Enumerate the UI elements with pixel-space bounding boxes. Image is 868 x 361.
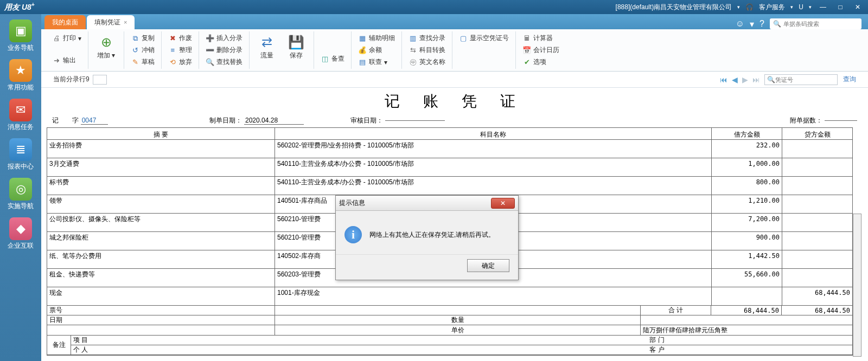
offset-button[interactable]: ↺冲销 — [129, 44, 157, 56]
cell-credit[interactable] — [782, 250, 853, 269]
ribbon: 🖨打印 ▾ ➜输出 ⊕ 增加 ▾ ⧉复制 ↺冲销 ✎草稿 ✖作废 ≡整理 ⟲放弃… — [41, 29, 868, 72]
cell-summary[interactable]: 标书费 — [47, 177, 275, 195]
backup-button[interactable]: ◫备查 — [318, 53, 347, 65]
output-button[interactable]: ➜输出 — [50, 55, 84, 66]
ticket-label: 票号 — [47, 306, 275, 315]
tab-desktop[interactable]: 我的桌面 — [44, 15, 86, 29]
attach-count[interactable] — [825, 120, 857, 121]
cell-credit[interactable] — [782, 158, 853, 177]
cell-debit[interactable]: 1,210.00 — [712, 195, 782, 214]
add-button[interactable]: ⊕ 增加 ▾ — [93, 33, 119, 61]
cell-debit[interactable]: 7,200.00 — [712, 214, 782, 232]
cell-debit[interactable]: 1,442.50 — [712, 250, 782, 269]
cell-debit[interactable]: 900.00 — [712, 232, 782, 250]
cell-debit[interactable] — [712, 287, 782, 306]
vertical-scrollbar[interactable] — [853, 214, 861, 357]
tab-voucher[interactable]: 填制凭证× — [87, 15, 135, 29]
insert-entry-button[interactable]: ➕插入分录 — [203, 33, 245, 44]
query-link[interactable]: 查询 — [843, 75, 856, 84]
balance-button[interactable]: 💰余额 — [356, 44, 397, 56]
voucher-no-input[interactable] — [775, 76, 835, 83]
en-name-button[interactable]: ㊥英文名称 — [406, 56, 448, 68]
close-tab-icon[interactable]: × — [124, 19, 127, 25]
cell-subject[interactable]: 540110-主营业务成本/办公费 - 1010005/市场部 — [275, 177, 712, 195]
table-row[interactable]: 标书费540110-主营业务成本/办公费 - 1010005/市场部800.00 — [47, 177, 853, 195]
first-button[interactable]: ⏮ — [718, 75, 730, 84]
cell-subject[interactable]: 560202-管理费用/业务招待费 - 1010005/市场部 — [275, 140, 712, 158]
cell-credit[interactable] — [782, 269, 853, 287]
cn-amount-pad — [641, 315, 852, 325]
linked-button[interactable]: ▤联查 ▾ — [356, 56, 397, 68]
dialog-ok-button[interactable]: 确定 — [467, 259, 509, 272]
dialog-close-button[interactable]: ✕ — [491, 198, 515, 209]
cell-credit[interactable] — [782, 195, 853, 214]
prev-button[interactable]: ◀ — [730, 75, 740, 84]
cell-credit[interactable]: 68,444.50 — [782, 287, 853, 306]
cell-summary[interactable]: 租金、快递费等 — [47, 269, 275, 287]
sidebar-item-favorites[interactable]: ★常用功能 — [4, 57, 37, 94]
save-button[interactable]: 💾保存 — [283, 33, 309, 61]
service-link[interactable]: 客户服务 — [759, 3, 785, 12]
calendar-button[interactable]: 📅会计日历 — [520, 44, 561, 56]
cell-debit[interactable]: 232.00 — [712, 140, 782, 158]
print-button[interactable]: 🖨打印 ▾ — [50, 33, 84, 44]
cell-summary[interactable]: 城之邦保险柜 — [47, 232, 275, 250]
cell-summary[interactable]: 纸、笔等办公费用 — [47, 250, 275, 269]
cell-summary[interactable]: 业务招待费 — [47, 140, 275, 158]
sidebar-item-reports[interactable]: ≣报表中心 — [4, 136, 37, 173]
show-empty-button[interactable]: ▢显示空凭证号 — [457, 33, 511, 44]
audit-date — [385, 120, 445, 121]
maximize-button[interactable]: □ — [834, 2, 846, 12]
find-entry-button[interactable]: ▥查找分录 — [406, 33, 448, 44]
cell-summary[interactable]: 领带 — [47, 195, 275, 214]
abandon-button[interactable]: ⟲放弃 — [166, 56, 194, 68]
global-search[interactable]: 🔍 — [770, 18, 861, 29]
flow-button[interactable]: ⇄流量 — [254, 33, 280, 61]
account-dropdown-icon[interactable]: ▾ — [737, 4, 740, 10]
cell-credit[interactable] — [782, 140, 853, 158]
invalid-button[interactable]: ✖作废 — [166, 33, 194, 44]
voucher-search[interactable]: 🔍 — [764, 74, 838, 85]
col-credit: 贷方金额 — [782, 128, 853, 140]
close-window-button[interactable]: ✕ — [852, 2, 864, 12]
tidy-button[interactable]: ≡整理 — [166, 44, 194, 56]
cell-debit[interactable]: 800.00 — [712, 177, 782, 195]
sidebar-item-impl[interactable]: ◎实施导航 — [4, 176, 37, 213]
next-button[interactable]: ▶ — [740, 75, 750, 84]
cell-debit[interactable]: 1,000.00 — [712, 158, 782, 177]
cell-subject[interactable]: 1001-库存现金 — [275, 287, 712, 306]
table-row[interactable]: 3月交通费540110-主营业务成本/办公费 - 1010005/市场部1,00… — [47, 158, 853, 177]
delete-entry-button[interactable]: ➖删除分录 — [203, 44, 245, 56]
cell-summary[interactable]: 公司投影仪、摄像头、保险柜等 — [47, 214, 275, 232]
cell-summary[interactable]: 3月交通费 — [47, 158, 275, 177]
cell-summary[interactable]: 现金 — [47, 287, 275, 306]
project-label: 项 目 — [71, 336, 462, 345]
options-button[interactable]: ✔选项 — [520, 56, 561, 68]
search-input[interactable] — [783, 21, 858, 27]
minimize-button[interactable]: — — [817, 2, 829, 12]
voucher-number[interactable]: 0047 — [81, 117, 108, 125]
u-menu[interactable]: U — [799, 3, 803, 11]
aux-detail-button[interactable]: ▦辅助明细 — [356, 33, 397, 44]
sidebar-item-connect[interactable]: ◆企业互联 — [4, 215, 37, 253]
table-row[interactable]: 现金1001-库存现金68,444.50 — [47, 287, 853, 306]
find-replace-button[interactable]: 🔍查找替换 — [203, 56, 245, 68]
cell-credit[interactable] — [782, 177, 853, 195]
sidebar-item-nav[interactable]: ▣业务导航 — [4, 17, 37, 55]
acct-switch-button[interactable]: ⇆科目转换 — [406, 44, 448, 56]
entry-index-box[interactable] — [93, 75, 107, 85]
sidebar-item-messages[interactable]: ✉消息任务 — [4, 96, 37, 134]
copy-button[interactable]: ⧉复制 — [129, 33, 157, 44]
make-date[interactable]: 2020.04.28 — [244, 117, 304, 125]
detail-icon: ▦ — [358, 34, 367, 43]
cell-subject[interactable]: 540110-主营业务成本/办公费 - 1010005/市场部 — [275, 158, 712, 177]
cell-debit[interactable]: 55,660.00 — [712, 269, 782, 287]
calculator-button[interactable]: 🖩计算器 — [520, 33, 561, 44]
smiley-icon[interactable]: ☺ — [736, 19, 744, 29]
help-icon[interactable]: ? — [760, 19, 764, 29]
table-row[interactable]: 业务招待费560202-管理费用/业务招待费 - 1010005/市场部232.… — [47, 140, 853, 158]
cell-credit[interactable] — [782, 214, 853, 232]
cell-credit[interactable] — [782, 232, 853, 250]
last-button[interactable]: ⏭ — [750, 75, 762, 84]
draft-button[interactable]: ✎草稿 — [129, 56, 157, 68]
